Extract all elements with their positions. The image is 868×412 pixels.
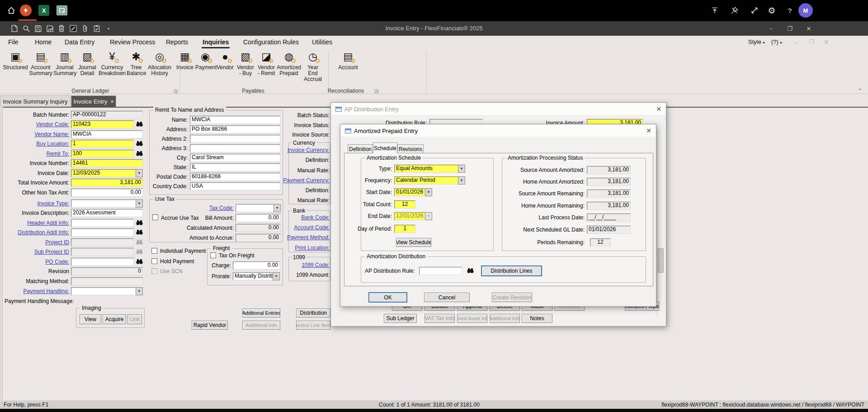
vendor-code-label[interactable]: Vendor Code: xyxy=(4,120,69,128)
ap-sub-ledger-button[interactable]: Sub Ledger xyxy=(384,314,417,323)
help-icon[interactable]: ? xyxy=(784,5,796,16)
country-code-field[interactable]: USA xyxy=(190,182,280,190)
tax-code-label[interactable]: Tax Code: xyxy=(177,204,234,212)
account-code-label[interactable]: Account Code: xyxy=(270,223,330,232)
ap-dialog-close-icon[interactable]: ✕ xyxy=(656,105,661,113)
close-button[interactable]: ✕ xyxy=(801,23,816,34)
help-menu[interactable]: (?) ▾ xyxy=(771,38,782,45)
day-of-period-field[interactable]: 1 xyxy=(394,225,415,233)
tab-revisions[interactable]: Revisions xyxy=(397,144,424,153)
accrue-use-tax-checkbox[interactable] xyxy=(152,214,158,220)
ribbon-item-allocation-history[interactable]: ◎AllocationHistory xyxy=(146,50,174,76)
additional-entries-button[interactable]: Additional Entries xyxy=(242,308,280,317)
ap-distribution-rule-field[interactable] xyxy=(419,267,462,275)
ten99-code-label[interactable]: 1099 Code: xyxy=(270,261,330,269)
remit-to-field[interactable]: 100 xyxy=(71,150,134,158)
vendor-code-lookup-icon[interactable] xyxy=(136,121,143,127)
ribbon-item-account-summary[interactable]: ▤AccountSummary xyxy=(29,50,52,76)
restore-button[interactable]: ❐ xyxy=(782,23,797,34)
invoice-date-dropdown-icon[interactable]: ▼ xyxy=(136,169,143,177)
splitter[interactable] xyxy=(0,107,3,400)
ribbon-item-vendor-remit[interactable]: ◪Vendor- Remit xyxy=(256,50,277,76)
header-addl-info-label[interactable]: Header Addl Info: xyxy=(4,219,69,227)
general-ledger-launcher-icon[interactable]: ◳ xyxy=(174,89,178,94)
print-location-label[interactable]: Print Location: xyxy=(270,244,330,252)
imaging-acquire-button[interactable]: Acquire xyxy=(103,314,126,324)
child-minimize-button[interactable]: – xyxy=(795,38,798,46)
resize-icon[interactable] xyxy=(749,5,760,16)
style-menu[interactable]: Style ▾ xyxy=(748,38,765,45)
invoice-date-field[interactable]: 12/03/2025 xyxy=(71,169,143,177)
payment-currency-label[interactable]: Payment Currency: xyxy=(270,176,330,185)
distribution-button[interactable]: Distribution xyxy=(296,308,330,317)
postal-code-field[interactable]: 60188-8266 xyxy=(190,173,280,181)
name-field[interactable]: MWCIA xyxy=(190,116,280,124)
ribbon-item-structured[interactable]: ▣Structured xyxy=(3,50,28,71)
total-invoice-amount-field[interactable]: 3,181.00 xyxy=(71,179,143,187)
buy-location-field[interactable]: 1 xyxy=(71,140,134,148)
ribbon-item-year-end-accrual[interactable]: ◷Year EndAccrual xyxy=(302,50,324,82)
excel-icon[interactable]: X xyxy=(38,5,50,16)
scrollbar-thumb[interactable] xyxy=(658,248,664,273)
vendor-name-label[interactable]: Vendor Name: xyxy=(4,130,69,138)
header-addl-info-field[interactable] xyxy=(71,219,134,227)
menu-home[interactable]: Home xyxy=(35,38,52,46)
buy-location-lookup-icon[interactable] xyxy=(136,141,143,146)
menu-file[interactable]: File xyxy=(8,38,19,46)
ribbon-item-vendor-buy[interactable]: ▧Vendor- Buy xyxy=(235,50,256,76)
buy-location-label[interactable]: Buy Location: xyxy=(4,140,69,148)
ap-dialog-scrollbar[interactable] xyxy=(657,130,664,316)
invoice-number-field[interactable]: 14461 xyxy=(71,159,143,167)
start-date-dropdown-icon[interactable]: ▼ xyxy=(425,188,432,196)
address-field[interactable]: PO Box 88266 xyxy=(190,125,280,133)
tab-definition[interactable]: Definition xyxy=(348,144,373,153)
rapid-vendor-button[interactable]: Rapid Vendor xyxy=(192,321,228,330)
invoice-currency-label[interactable]: Invoice Currency: xyxy=(270,146,330,154)
print-app-icon[interactable] xyxy=(56,5,68,16)
ribbon-item-payment[interactable]: ◉Payment xyxy=(195,50,215,71)
ribbon-item-account-recon[interactable]: ▤Account xyxy=(335,50,361,71)
ribbon-item-vendor[interactable]: ●Vendor xyxy=(216,50,234,71)
invoice-description-field[interactable]: 2026 Assessment xyxy=(71,209,143,217)
bank-code-label[interactable]: Bank Code: xyxy=(270,213,330,222)
ap-distribution-rule-lookup-icon[interactable] xyxy=(467,268,474,273)
tab-invoice-summary-inquiry[interactable]: Invoice Summary Inquiry xyxy=(0,95,71,107)
home-icon[interactable] xyxy=(5,5,17,16)
reconciliations-launcher-icon[interactable]: ◳ xyxy=(374,89,378,94)
po-code-field[interactable] xyxy=(71,258,134,266)
distribution-addl-info-label[interactable]: Distribution Addl Info: xyxy=(4,228,69,237)
payment-handling-label[interactable]: Payment Handling: xyxy=(4,287,69,295)
payment-handling-dropdown-icon[interactable]: ▼ xyxy=(136,287,143,295)
invoice-type-dropdown-icon[interactable]: ▼ xyxy=(136,199,143,208)
menu-reports[interactable]: Reports xyxy=(166,38,188,46)
type-select[interactable]: Equal Amounts xyxy=(394,165,465,173)
project-id-label[interactable]: Project ID xyxy=(4,238,69,246)
individual-payment-checkbox[interactable] xyxy=(151,248,157,254)
invoice-type-label[interactable]: Invoice Type: xyxy=(4,199,69,208)
tab-schedule[interactable]: Schedule xyxy=(373,142,397,153)
address2-field[interactable] xyxy=(190,135,280,143)
type-dropdown-icon[interactable]: ▼ xyxy=(458,165,465,173)
distribution-lines-button[interactable]: Distribution Lines xyxy=(481,265,542,276)
upload-icon[interactable] xyxy=(709,5,721,16)
vendor-name-field[interactable]: MWCIA xyxy=(71,130,143,138)
child-close-button[interactable]: ✕ xyxy=(824,38,829,46)
menu-inquiries[interactable]: Inquiries xyxy=(203,38,229,46)
tab-invoice-entry[interactable]: Invoice Entry × xyxy=(71,95,116,107)
ribbon-item-journal-summary[interactable]: ▥JournalSummary xyxy=(53,50,76,76)
hold-payment-checkbox[interactable] xyxy=(151,258,157,264)
ribbon-item-journal-detail[interactable]: ▨JournalDetail xyxy=(76,50,99,76)
imaging-view-button[interactable]: View xyxy=(80,314,101,324)
menu-utilities[interactable]: Utilities xyxy=(312,38,332,46)
city-field[interactable]: Carol Stream xyxy=(190,154,280,162)
amort-dialog-titlebar[interactable]: Amortized Prepaid Entry ✕ xyxy=(341,125,656,137)
distribution-addl-info-lookup-icon[interactable] xyxy=(136,229,143,235)
frequency-select[interactable]: Calendar Period xyxy=(394,176,465,185)
payment-method-label[interactable]: Payment Method: xyxy=(270,233,330,242)
avatar[interactable]: M xyxy=(798,3,813,18)
tax-code-dropdown-icon[interactable]: ▼ xyxy=(274,204,281,212)
po-code-lookup-icon[interactable] xyxy=(136,259,143,264)
address3-field[interactable] xyxy=(190,144,280,152)
menu-review-process[interactable]: Review Process xyxy=(110,38,155,46)
child-restore-button[interactable]: ❐ xyxy=(809,38,814,45)
